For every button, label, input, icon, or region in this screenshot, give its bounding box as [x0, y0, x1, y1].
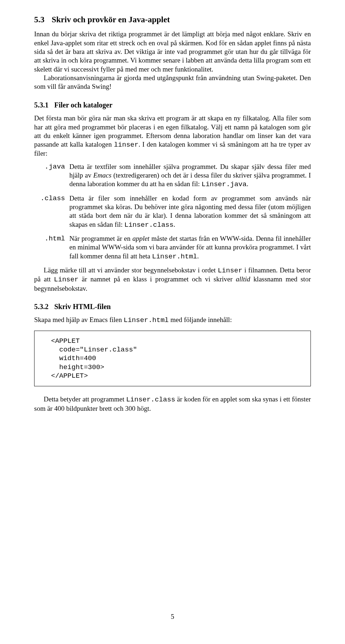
emphasis: Emacs [93, 171, 112, 179]
page-number: 5 [0, 612, 345, 621]
definition: När programmet är en applet måste det st… [69, 234, 311, 261]
list-item: .html När programmet är en applet måste … [34, 234, 311, 261]
heading-number: 5.3.1 [34, 101, 49, 109]
code-inline: Linser.html [152, 253, 197, 261]
emphasis: alltid [236, 275, 250, 283]
text-run: är namnet på en klass i programmet och v… [79, 275, 236, 283]
text-run: Detta betyder att programmet [44, 395, 126, 403]
code-inline: Linser.class [126, 396, 175, 404]
heading-5-3-1: 5.3.1Filer och kataloger [34, 101, 311, 110]
text-run: . [197, 252, 199, 260]
paragraph: Innan du börjar skriva det riktiga progr… [34, 30, 311, 74]
heading-text: Skriv och provkör en Java-applet [52, 15, 170, 24]
text-run: Lägg märke till att vi använder stor beg… [44, 266, 218, 274]
heading-text: Skriv HTML-filen [54, 303, 111, 310]
text-run: . [174, 221, 175, 228]
heading-5-3-2: 5.3.2Skriv HTML-filen [34, 302, 311, 312]
text-run: med följande innehåll: [169, 316, 232, 323]
code-inline: Linser [218, 267, 242, 275]
code-block: <APPLET code="Linser.class" width=400 he… [34, 331, 311, 387]
heading-number: 5.3 [34, 15, 45, 24]
paragraph: Detta betyder att programmet Linser.clas… [34, 395, 311, 413]
paragraph: Lägg märke till att vi använder stor beg… [34, 266, 311, 293]
heading-5-3: 5.3Skriv och provkör en Java-applet [34, 14, 311, 25]
heading-text: Filer och kataloger [54, 101, 112, 109]
page: 5.3Skriv och provkör en Java-applet Inna… [0, 0, 345, 644]
paragraph: Laborationsanvisningarna är gjorda med u… [34, 74, 311, 91]
text-run: När programmet är en [69, 235, 132, 242]
code-inline: linser [114, 141, 138, 149]
list-item: .java Detta är textfiler som innehåller … [34, 162, 311, 189]
heading-number: 5.3.2 [34, 303, 49, 310]
term-java: .java [34, 162, 69, 189]
paragraph: Skapa med hjälp av Emacs filen Linser.ht… [34, 316, 311, 325]
emphasis: applet [132, 235, 150, 242]
list-item: .class Detta är filer som innehåller en … [34, 194, 311, 229]
definition: Detta är textfiler som innehåller själva… [69, 162, 311, 189]
term-class: .class [34, 194, 69, 229]
text-run: . [247, 180, 248, 188]
code-inline: Linser.java [202, 180, 247, 188]
code-inline: Linser.html [124, 316, 169, 324]
text-run: Detta är filer som innehåller en kodad f… [69, 194, 311, 228]
definition: Detta är filer som innehåller en kodad f… [69, 194, 311, 229]
paragraph: Det första man bör göra när man ska skri… [34, 114, 311, 158]
code-inline: Linser [54, 276, 78, 284]
term-html: .html [34, 234, 69, 261]
code-inline: Linser.class [124, 221, 174, 229]
definition-list: .java Detta är textfiler som innehåller … [34, 162, 311, 261]
text-run: Skapa med hjälp av Emacs filen [34, 316, 124, 323]
